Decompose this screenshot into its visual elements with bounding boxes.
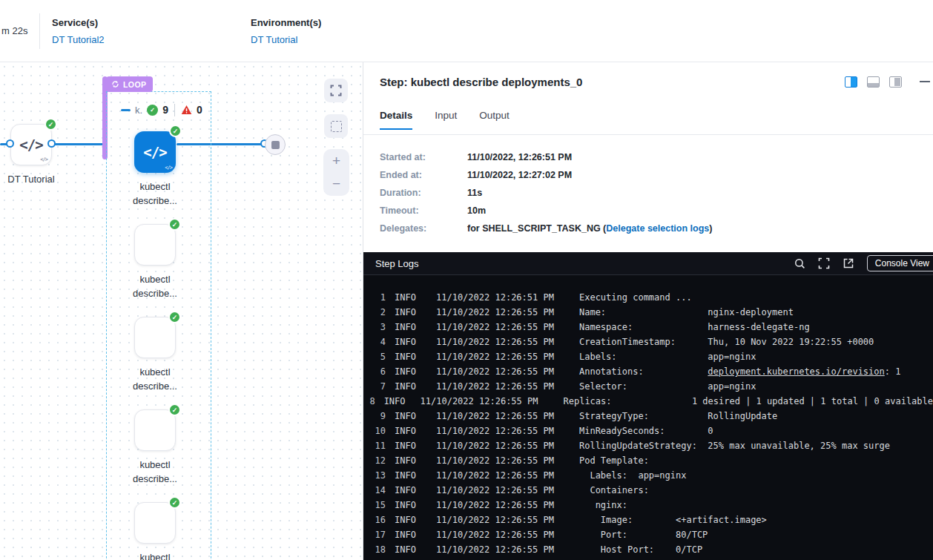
step-detail-fields: Started at: 11/10/2022, 12:26:51 PMEnded… [380, 148, 712, 237]
node-label: kubectl describe... [119, 179, 191, 208]
node-kubectl-step[interactable]: ✓ [134, 224, 176, 266]
environment-link[interactable]: DT Tutorial [251, 34, 321, 45]
log-timestamp: 11/10/2022 12:26:55 PM [436, 513, 554, 527]
log-line-number: 17 [363, 527, 386, 542]
connector-in-icon[interactable] [6, 139, 14, 148]
loop-icon [111, 80, 119, 88]
log-line-number: 6 [363, 364, 386, 379]
detail-tabs: Details Input Output [380, 110, 510, 130]
log-timestamp: 11/10/2022 12:26:55 PM [436, 468, 554, 483]
step-logs-title: Step Logs [375, 258, 419, 269]
log-message: nginx: [579, 498, 627, 513]
log-timestamp: 11/10/2022 12:26:55 PM [421, 394, 538, 409]
success-check-icon: ✓ [44, 118, 57, 131]
node-label: kubectl describe... [119, 550, 191, 560]
minimize-panel-button[interactable] [920, 81, 930, 82]
console-view-button[interactable]: Console View [867, 255, 933, 271]
tab-input[interactable]: Input [435, 110, 457, 130]
connector-out-icon[interactable] [47, 139, 56, 148]
fit-to-screen-button[interactable] [324, 79, 348, 102]
node-kubectl-step[interactable]: ✓ [134, 409, 176, 451]
log-line: 11INFO11/10/2022 12:26:55 PMRollingUpdat… [363, 438, 933, 453]
tab-output[interactable]: Output [479, 110, 510, 130]
log-annotation-link[interactable]: deployment.kubernetes.io/revision [708, 366, 884, 377]
node-kubectl-step[interactable]: ✓ [134, 502, 176, 544]
log-line-number: 9 [363, 409, 386, 424]
node-dt-tutorial[interactable]: </> </> ✓ [10, 124, 52, 165]
log-line: 10INFO11/10/2022 12:26:55 PMMinReadySeco… [363, 424, 933, 438]
log-level: INFO [395, 364, 421, 379]
log-level: INFO [395, 468, 421, 483]
delegates-prefix: for SHELL_SCRIPT_TASK_NG ( [467, 223, 606, 234]
delegates-value: for SHELL_SCRIPT_TASK_NG (Delegate selec… [467, 223, 712, 234]
detail-label: Duration: [380, 188, 467, 198]
log-level: INFO [395, 438, 421, 453]
failed-count: 0 [197, 104, 202, 116]
count-divider [174, 104, 175, 116]
loop-badge[interactable]: LOOP [106, 76, 153, 92]
node-kubectl-selected[interactable]: </> </> ✓ [134, 131, 176, 173]
log-timestamp: 11/10/2022 12:26:55 PM [436, 527, 554, 542]
success-check-icon: ✓ [168, 311, 181, 323]
log-timestamp: 11/10/2022 12:26:55 PM [436, 335, 554, 349]
log-line: 4INFO11/10/2022 12:26:55 PMCreationTimes… [363, 335, 933, 349]
log-level: INFO [395, 379, 421, 394]
fullscreen-logs-icon[interactable] [818, 257, 831, 270]
log-timestamp: 11/10/2022 12:26:51 PM [436, 290, 554, 305]
log-timestamp: 11/10/2022 12:26:55 PM [436, 498, 554, 513]
log-line-number: 4 [363, 335, 386, 349]
log-level: INFO [384, 394, 406, 409]
log-line-number: 13 [363, 468, 386, 483]
layout-split-right-button[interactable] [845, 76, 857, 88]
open-in-new-tab-icon[interactable] [843, 257, 855, 270]
zoom-out-button[interactable]: − [332, 178, 340, 190]
success-check-icon: ✓ [168, 403, 181, 416]
node-label: DT Tutorial [0, 172, 67, 186]
log-message: Labels: app=nginx [579, 349, 756, 364]
log-line: 13INFO11/10/2022 12:26:55 PM Labels: app… [363, 468, 933, 483]
environments-label: Environment(s) [251, 17, 321, 28]
detail-value: 11s [467, 188, 482, 198]
delegate-selection-logs-link[interactable]: Delegate selection logs [606, 223, 709, 234]
log-level: INFO [395, 320, 421, 335]
layout-bottom-button[interactable] [867, 76, 880, 88]
detail-row: Ended at: 11/10/2022, 12:27:02 PM [380, 166, 712, 184]
log-line-number: 2 [363, 305, 386, 320]
log-timestamp: 11/10/2022 12:26:55 PM [436, 364, 554, 379]
layout-right-button[interactable] [889, 76, 902, 88]
log-console[interactable]: 1INFO11/10/2022 12:26:51 PMExecuting com… [363, 275, 933, 560]
collapse-icon[interactable] [121, 109, 131, 111]
selection-mode-button[interactable] [324, 114, 348, 138]
pipeline-canvas[interactable]: </> </> ✓ DT Tutorial LOOP k. ✓ 9 0 </> … [0, 62, 363, 560]
log-line-number: 7 [363, 379, 386, 394]
log-line-number: 16 [363, 513, 386, 527]
log-line: 12INFO11/10/2022 12:26:55 PMPod Template… [363, 453, 933, 468]
log-line: 15INFO11/10/2022 12:26:55 PM nginx: [363, 498, 933, 513]
log-line-number: 18 [363, 542, 386, 557]
step-logs-header: Step Logs Console View [363, 252, 933, 275]
end-node[interactable] [265, 134, 286, 155]
fullscreen-icon [330, 85, 342, 96]
log-message: Port: 80/TCP [579, 527, 708, 542]
tab-details[interactable]: Details [380, 110, 412, 130]
service-link[interactable]: DT Tutorial2 [52, 34, 105, 45]
log-line: 8INFO11/10/2022 12:26:55 PMReplicas: 1 d… [363, 394, 933, 409]
tabs-divider [363, 134, 933, 135]
zoom-in-button[interactable]: + [332, 155, 340, 167]
log-message: Selector: app=nginx [579, 379, 756, 394]
success-count-icon: ✓ [147, 105, 158, 116]
success-check-icon: ✓ [168, 218, 181, 231]
log-line-number: 3 [363, 320, 386, 335]
log-line-number: 14 [363, 483, 386, 498]
elapsed-time: m 22s [1, 25, 27, 36]
log-line: 5INFO11/10/2022 12:26:55 PMLabels: app=n… [363, 349, 933, 364]
detail-label: Ended at: [380, 170, 467, 180]
search-icon[interactable] [794, 257, 806, 270]
node-label: kubectl describe... [119, 272, 191, 300]
detail-label: Timeout: [380, 205, 467, 216]
detail-value: 11/10/2022, 12:26:51 PM [467, 152, 572, 162]
log-level: INFO [395, 527, 421, 542]
node-kubectl-step[interactable]: ✓ [134, 317, 176, 358]
detail-row: Duration: 11s [380, 184, 712, 202]
log-timestamp: 11/10/2022 12:26:55 PM [436, 453, 554, 468]
